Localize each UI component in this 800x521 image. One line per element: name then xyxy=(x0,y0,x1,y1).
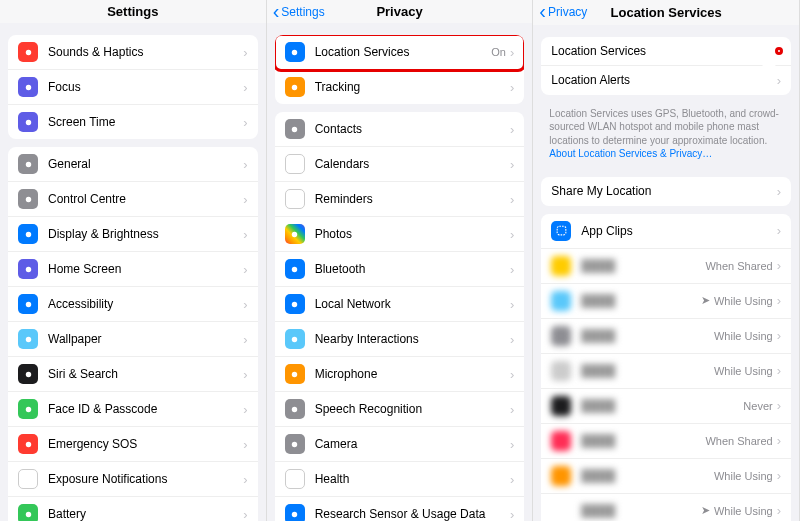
row-camera[interactable]: Camera› xyxy=(275,427,525,462)
svg-point-27 xyxy=(292,407,297,412)
row-reminders[interactable]: Reminders› xyxy=(275,182,525,217)
svg-rect-34 xyxy=(557,227,566,236)
app-status: While Using xyxy=(714,330,773,342)
emergency-sos-label: Emergency SOS xyxy=(48,437,243,451)
app-label: ████ xyxy=(581,259,705,273)
row-location-services[interactable]: Location ServicesOn› xyxy=(275,35,525,70)
row-display-brightness[interactable]: Display & Brightness› xyxy=(8,217,258,252)
location-note: Location Services uses GPS, Bluetooth, a… xyxy=(541,103,791,169)
chevron-right-icon: › xyxy=(510,262,514,277)
back-button[interactable]: Privacy xyxy=(539,5,587,19)
row-sounds-haptics[interactable]: Sounds & Haptics› xyxy=(8,35,258,70)
chevron-right-icon: › xyxy=(510,45,514,60)
location-services-icon xyxy=(285,42,305,62)
health-icon xyxy=(285,469,305,489)
screen-time-icon xyxy=(18,112,38,132)
row-calendars[interactable]: Calendars› xyxy=(275,147,525,182)
row-focus[interactable]: Focus› xyxy=(8,70,258,105)
bluetooth-icon xyxy=(285,259,305,279)
nearby-interactions-icon xyxy=(285,329,305,349)
svg-point-4 xyxy=(25,196,30,201)
svg-point-13 xyxy=(25,511,30,516)
row-control-centre[interactable]: Control Centre› xyxy=(8,182,258,217)
app-status: When Shared xyxy=(705,435,772,447)
row-face-id-passcode[interactable]: Face ID & Passcode› xyxy=(8,392,258,427)
home-screen-icon xyxy=(18,259,38,279)
photos-icon xyxy=(285,224,305,244)
app-row[interactable]: ████While Using› xyxy=(541,459,791,494)
svg-point-28 xyxy=(292,442,297,447)
chevron-right-icon: › xyxy=(510,472,514,487)
app-icon xyxy=(551,466,571,486)
app-label: ████ xyxy=(581,504,701,518)
chevron-right-icon: › xyxy=(777,223,781,238)
camera-label: Camera xyxy=(315,437,510,451)
location-scroll[interactable]: Location Services Location Alerts › Loca… xyxy=(533,25,799,521)
row-tracking[interactable]: Tracking› xyxy=(275,70,525,104)
settings-panel: Settings Sounds & Haptics›Focus›Screen T… xyxy=(0,0,267,521)
app-row[interactable]: ████➤While Using› xyxy=(541,284,791,319)
about-privacy-link[interactable]: About Location Services & Privacy… xyxy=(549,148,712,159)
calendars-label: Calendars xyxy=(315,157,510,171)
chevron-right-icon: › xyxy=(510,437,514,452)
row-contacts[interactable]: Contacts› xyxy=(275,112,525,147)
settings-scroll[interactable]: Sounds & Haptics›Focus›Screen Time› Gene… xyxy=(0,23,266,521)
row-screen-time[interactable]: Screen Time› xyxy=(8,105,258,139)
app-icon xyxy=(551,361,571,381)
row-exposure-notifications[interactable]: Exposure Notifications› xyxy=(8,462,258,497)
home-screen-label: Home Screen xyxy=(48,262,243,276)
row-speech-recognition[interactable]: Speech Recognition› xyxy=(275,392,525,427)
svg-point-21 xyxy=(292,197,297,202)
row-microphone[interactable]: Microphone› xyxy=(275,357,525,392)
app-row[interactable]: ████While Using› xyxy=(541,319,791,354)
row-emergency-sos[interactable]: Emergency SOS› xyxy=(8,427,258,462)
row-bluetooth[interactable]: Bluetooth› xyxy=(275,252,525,287)
row-wallpaper[interactable]: Wallpaper› xyxy=(8,322,258,357)
app-icon xyxy=(551,326,571,346)
accessibility-icon xyxy=(18,294,38,314)
share-my-location-row[interactable]: Share My Location › xyxy=(541,177,791,206)
row-battery[interactable]: Battery› xyxy=(8,497,258,521)
chevron-right-icon: › xyxy=(243,332,247,347)
app-icon xyxy=(551,256,571,276)
privacy-panel: Settings Privacy Location ServicesOn›Tra… xyxy=(267,0,534,521)
chevron-right-icon: › xyxy=(510,122,514,137)
chevron-right-icon: › xyxy=(510,402,514,417)
local-network-icon xyxy=(285,294,305,314)
page-title: Privacy xyxy=(376,4,422,19)
app-row[interactable]: ████While Using› xyxy=(541,354,791,389)
wallpaper-label: Wallpaper xyxy=(48,332,243,346)
app-row[interactable]: ████Never› xyxy=(541,389,791,424)
row-research-sensor-usage-data[interactable]: Research Sensor & Usage Data› xyxy=(275,497,525,521)
svg-point-7 xyxy=(25,301,30,306)
app-icon xyxy=(551,431,571,451)
app-clips-row[interactable]: App Clips › xyxy=(541,214,791,249)
control-centre-label: Control Centre xyxy=(48,192,243,206)
app-row[interactable]: ████When Shared› xyxy=(541,249,791,284)
app-status: While Using xyxy=(714,505,773,517)
svg-point-22 xyxy=(292,232,297,237)
row-health[interactable]: Health› xyxy=(275,462,525,497)
app-status: While Using xyxy=(714,365,773,377)
app-row[interactable]: ████When Shared› xyxy=(541,424,791,459)
reminders-icon xyxy=(285,189,305,209)
chevron-right-icon: › xyxy=(510,367,514,382)
svg-point-17 xyxy=(292,50,297,55)
svg-point-30 xyxy=(292,512,297,517)
app-row[interactable]: ████➤While Using› xyxy=(541,494,791,521)
row-home-screen[interactable]: Home Screen› xyxy=(8,252,258,287)
location-alerts-row[interactable]: Location Alerts › xyxy=(541,66,791,95)
row-nearby-interactions[interactable]: Nearby Interactions› xyxy=(275,322,525,357)
svg-point-23 xyxy=(292,267,297,272)
row-photos[interactable]: Photos› xyxy=(275,217,525,252)
chevron-right-icon: › xyxy=(510,297,514,312)
row-general[interactable]: General› xyxy=(8,147,258,182)
privacy-scroll[interactable]: Location ServicesOn›Tracking› Contacts›C… xyxy=(267,23,533,521)
row-local-network[interactable]: Local Network› xyxy=(275,287,525,322)
row-accessibility[interactable]: Accessibility› xyxy=(8,287,258,322)
chevron-right-icon: › xyxy=(777,328,781,343)
row-siri-search[interactable]: Siri & Search› xyxy=(8,357,258,392)
location-panel: Privacy Location Services Location Servi… xyxy=(533,0,800,521)
back-button[interactable]: Settings xyxy=(273,5,325,19)
app-clips-label: App Clips xyxy=(581,224,776,238)
